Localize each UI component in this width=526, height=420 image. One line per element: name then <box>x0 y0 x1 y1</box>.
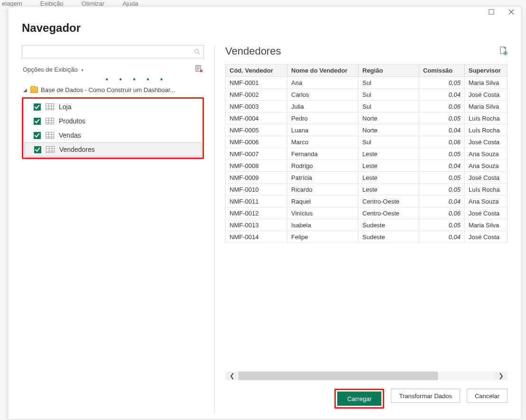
cancel-button[interactable]: Cancelar <box>467 389 508 403</box>
table-row[interactable]: NMF-0013IsabelaSudeste0,05Maria Silva <box>226 219 508 231</box>
cell-nome: Patrícia <box>287 172 359 184</box>
source-node[interactable]: ◢ Base de Dados - Como Construir um Dash… <box>22 84 204 95</box>
cell-regiao: Centro-Oeste <box>359 207 419 219</box>
cell-regiao: Norte <box>359 124 419 136</box>
cell-nome: Julia <box>287 101 359 112</box>
cell-nome: Marco <box>287 136 359 148</box>
add-column-button[interactable] <box>500 47 508 56</box>
table-row[interactable]: NMF-0014FelipeSudeste0,04José Costa <box>226 231 508 243</box>
table-row[interactable]: NMF-0002CarlosSul0,04José Costa <box>226 89 508 101</box>
table-item-produtos[interactable]: Produtos <box>24 114 202 128</box>
search-box[interactable] <box>22 45 204 58</box>
cell-cod: NMF-0003 <box>226 101 287 112</box>
vertical-divider <box>214 45 215 413</box>
table-item-loja[interactable]: Loja <box>24 100 202 114</box>
cell-nome: Luana <box>287 124 359 136</box>
cell-comissao: 0,05 <box>419 219 465 231</box>
table-icon <box>46 103 54 110</box>
column-header[interactable]: Região <box>359 65 419 77</box>
table-row[interactable]: NMF-0005LuanaNorte0,04Luís Rocha <box>226 124 508 136</box>
cell-nome: Pedro <box>287 112 359 124</box>
checkbox-icon[interactable] <box>34 132 41 139</box>
table-row[interactable]: NMF-0007FernandaLeste0,05Ana Souza <box>226 148 508 160</box>
checkbox-icon[interactable] <box>34 146 41 153</box>
cell-regiao: Sudeste <box>359 231 419 243</box>
svg-rect-3 <box>500 47 506 54</box>
cell-comissao: 0,04 <box>419 196 465 207</box>
scroll-thumb[interactable] <box>239 372 438 380</box>
maximize-button[interactable] <box>485 9 498 19</box>
search-icon <box>194 48 201 55</box>
refresh-clear-button[interactable] <box>195 65 203 74</box>
add-page-icon <box>500 47 508 55</box>
cell-nome: Carlos <box>287 89 359 101</box>
table-row[interactable]: NMF-0004PedroNorte0,05Luís Rocha <box>226 112 508 124</box>
cell-comissao: 0,06 <box>419 207 465 219</box>
cell-cod: NMF-0001 <box>226 77 287 89</box>
chevron-down-icon: ▾ <box>81 67 83 73</box>
transform-data-button[interactable]: Transformar Dados <box>391 389 460 403</box>
expand-arrow-icon: ◢ <box>23 87 28 93</box>
cell-comissao: 0,04 <box>419 231 465 243</box>
refresh-clear-icon <box>195 65 203 73</box>
close-button[interactable] <box>505 9 518 19</box>
cell-comissao: 0,05 <box>419 148 465 160</box>
checkbox-icon[interactable] <box>34 118 41 125</box>
column-header[interactable]: Nome do Vendedor <box>287 65 359 77</box>
cell-regiao: Leste <box>359 184 419 196</box>
table-row[interactable]: NMF-0012ViníciusCentro-Oeste0,06José Cos… <box>226 207 508 219</box>
scroll-left-icon[interactable]: ❮ <box>225 372 239 380</box>
dialog-footer: Carregar Transformar Dados Cancelar <box>225 380 508 413</box>
table-row[interactable]: NMF-0009PatríciaLeste0,05José Costa <box>226 172 508 184</box>
cell-nome: Ricardo <box>287 184 359 196</box>
cell-cod: NMF-0008 <box>226 160 287 172</box>
table-row[interactable]: NMF-0003JuliaSul0,06Maria Silva <box>226 101 508 112</box>
column-header[interactable]: Cód. Vendedor <box>226 65 287 77</box>
scroll-track[interactable] <box>239 372 494 380</box>
table-item-vendedores[interactable]: Vendedores <box>24 142 202 157</box>
cell-regiao: Sul <box>359 89 419 101</box>
cell-supervisor: José Costa <box>465 136 508 148</box>
scroll-right-icon[interactable]: ❯ <box>494 372 508 380</box>
table-item-vendas[interactable]: Vendas <box>24 128 202 142</box>
navigator-dialog: Navegador Opções de Exibição ▾ <box>8 7 521 420</box>
table-row[interactable]: NMF-0011RaquelCentro-Oeste0,04Ana Souza <box>226 196 508 207</box>
table-row[interactable]: NMF-0001AnaSul0,05Maria Silva <box>226 77 508 89</box>
cell-cod: NMF-0006 <box>226 136 287 148</box>
column-header[interactable]: Comissão <box>419 65 465 77</box>
cell-nome: Isabela <box>287 219 359 231</box>
cell-supervisor: José Costa <box>465 89 508 101</box>
navigator-panel: Opções de Exibição ▾ ● ● ● ● ● ◢ Base de… <box>22 45 204 413</box>
cell-supervisor: José Costa <box>465 231 508 243</box>
cell-cod: NMF-0007 <box>226 148 287 160</box>
table-row[interactable]: NMF-0010RicardoLeste0,05Luís Rocha <box>226 184 508 196</box>
cell-supervisor: Luís Rocha <box>465 184 508 196</box>
horizontal-scrollbar[interactable]: ❮ ❯ <box>225 372 508 380</box>
table-name: Produtos <box>59 117 85 125</box>
folder-icon <box>30 87 38 93</box>
ribbon-item: Exibição <box>40 0 64 2</box>
display-options-label: Opções de Exibição <box>23 66 78 73</box>
load-button[interactable]: Carregar <box>337 392 381 406</box>
table-icon <box>46 146 55 153</box>
cell-supervisor: José Costa <box>465 172 508 184</box>
cell-comissao: 0,06 <box>419 101 465 112</box>
table-name: Loja <box>59 103 71 111</box>
table-row[interactable]: NMF-0006MarcoSul0,06José Costa <box>226 136 508 148</box>
search-input[interactable] <box>26 46 194 57</box>
cell-cod: NMF-0009 <box>226 172 287 184</box>
cell-comissao: 0,04 <box>419 160 465 172</box>
display-options-dropdown[interactable]: Opções de Exibição ▾ <box>23 66 83 73</box>
cell-supervisor: Ana Souza <box>465 160 508 172</box>
column-header[interactable]: Supervisor <box>465 65 508 77</box>
table-name: Vendas <box>59 131 81 139</box>
table-row[interactable]: NMF-0008RodrigoLeste0,04Ana Souza <box>226 160 508 172</box>
table-icon <box>46 118 54 124</box>
checkbox-icon[interactable] <box>34 103 41 111</box>
cell-comissao: 0,06 <box>419 136 465 148</box>
ribbon-item: elagem <box>2 0 22 2</box>
close-icon <box>508 9 514 15</box>
cell-comissao: 0,05 <box>419 172 465 184</box>
cell-regiao: Leste <box>359 160 419 172</box>
cell-supervisor: José Costa <box>465 207 508 219</box>
